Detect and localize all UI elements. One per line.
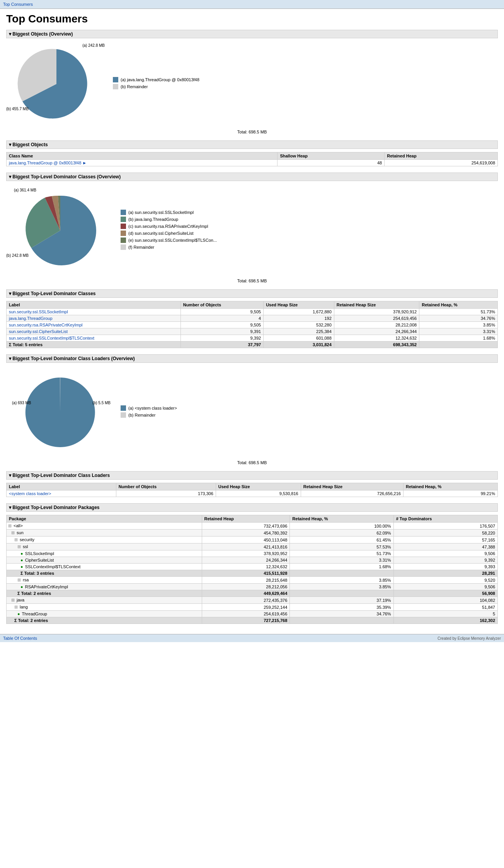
link-threadgroup-dom[interactable]: java.lang.ThreadGroup [9, 316, 53, 321]
pkg-name: ssl [23, 544, 28, 549]
cell-class-name: java.lang.ThreadGroup @ 0x80013f48 ► [7, 160, 278, 166]
link-threadgroup[interactable]: java.lang.ThreadGroup @ 0x80013f48 ► [9, 161, 87, 165]
pkg-name: <all> [14, 523, 23, 528]
cell-pkg: ⊞ security [7, 537, 202, 543]
section-header-biggest-objects[interactable]: ▾ Biggest Objects [6, 140, 498, 149]
section-packages: ▾ Biggest Top-Level Dominator Packages P… [6, 503, 498, 624]
chart-label-a-classloader: (a) 693 MB [12, 401, 31, 405]
legend-label-dom-e: (e) sun.security.ssl.SSLContextImpl$TLSC… [128, 238, 217, 243]
cell-total-pct [290, 570, 393, 577]
class-icon: ● [20, 564, 23, 569]
cell-objects: 9,505 [180, 309, 263, 315]
table-of-contents-link[interactable]: Table Of Contents [3, 636, 37, 641]
cell-label: sun.security.ssl.CipherSuiteList [7, 328, 181, 335]
cell-pkg: ⊞ <all> [7, 523, 202, 530]
cell-retained-pkg: 254,619,456 [202, 611, 290, 617]
col-num-objects: Number of Objects [180, 301, 263, 309]
cell-used-cl: 9,530,816 [216, 490, 301, 497]
legend-color-dom-f [121, 244, 126, 250]
legend-color-dom-e [121, 238, 126, 243]
pkg-icon: ⊞ [14, 605, 18, 609]
cell-retained-cl: 726,656,216 [301, 490, 403, 497]
section-header-biggest-objects-overview[interactable]: ▾ Biggest Objects (Overview) [6, 30, 498, 38]
cell-retained-pkg: 454,780,392 [202, 530, 290, 537]
section-header-label-biggest-objects: ▾ Biggest Objects [9, 142, 48, 147]
top-bar-link[interactable]: Top Consumers [3, 2, 33, 7]
pkg-name: RSAPrivateCrtKeyImpl [25, 584, 68, 589]
pkg-name: rsa [23, 578, 29, 582]
chart-total-dominator-classes: Total: 698.5 MB [6, 279, 498, 283]
total-row: Σ Total: 5 entries 37,797 3,031,824 698,… [7, 342, 498, 348]
cell-pct-pkg: 61.45% [290, 537, 393, 543]
cell-pct: 3.31% [419, 328, 498, 335]
legend-item-dom-c: (c) sun.security.rsa.RSAPrivateCrtKeyImp… [121, 224, 217, 229]
total-row: Σ Total: 2 entries 727,215,768 162,302 [7, 617, 498, 624]
cell-retained: 28,212,008 [334, 322, 419, 328]
chart-total-classloaders: Total: 698.5 MB [6, 460, 498, 465]
table-row: ⊞ rsa 28,215,648 3.85% 9,520 [7, 577, 498, 584]
pkg-icon: ⊞ [17, 544, 21, 549]
table-row: ● SSLSocketImpl 378,920,952 51.73% 9,506 [7, 550, 498, 557]
chart-label-a-biggest: (a) 242.8 MB [82, 43, 105, 48]
class-icon: ● [20, 558, 23, 562]
credit-text: Created by Eclipse Memory Analyzer [438, 636, 501, 641]
pkg-name: CipherSuiteList [25, 558, 54, 562]
link-sslcontextimpl[interactable]: sun.security.ssl.SSLContextImpl$TLSConte… [9, 336, 94, 340]
cell-dominators-pkg: 51,847 [393, 604, 497, 611]
cell-objects: 4 [180, 315, 263, 322]
section-header-dominator-classes-overview[interactable]: ▾ Biggest Top-Level Dominator Classes (O… [6, 173, 498, 181]
cell-total-dominators: 162,302 [393, 617, 497, 624]
section-header-dominator-classes[interactable]: ▾ Biggest Top-Level Dominator Classes [6, 289, 498, 298]
table-row: ● ThreadGroup 254,619,456 34.76% 5 [7, 611, 498, 617]
section-header-packages[interactable]: ▾ Biggest Top-Level Dominator Packages [6, 503, 498, 512]
cell-total-pct [290, 590, 393, 597]
link-sslsocketimpl[interactable]: sun.security.ssl.SSLSocketImpl [9, 309, 68, 314]
cell-objects: 9,505 [180, 322, 263, 328]
cell-dominators-pkg: 58,220 [393, 530, 497, 537]
link-system-classloader[interactable]: <system class loader> [9, 491, 51, 496]
cell-pkg: ● ThreadGroup [7, 611, 202, 617]
col-retained-pct: Retained Heap, % [419, 301, 498, 309]
cell-retained-pkg: 28,215,648 [202, 577, 290, 584]
cell-used: 225,384 [264, 328, 334, 335]
cell-label: sun.security.rsa.RSAPrivateCrtKeyImpl [7, 322, 181, 328]
cell-total-used: 3,031,824 [264, 342, 334, 348]
class-icon: ● [20, 551, 23, 556]
cell-objects: 9,392 [180, 335, 263, 342]
cell-total-label: Σ Total: 5 entries [7, 342, 181, 348]
cell-pct: 3.85% [419, 322, 498, 328]
legend-label-dom-c: (c) sun.security.rsa.RSAPrivateCrtKeyImp… [128, 224, 208, 229]
table-row: sun.security.ssl.CipherSuiteList 9,391 2… [7, 328, 498, 335]
legend-label-dom-b: (b) java.lang.ThreadGroup [128, 217, 178, 222]
legend-label-cl-a: (a) <system class loader> [128, 406, 177, 410]
legend-item-b: (b) Remainder [113, 84, 199, 89]
pkg-name: security [20, 537, 34, 542]
section-header-classloaders[interactable]: ▾ Biggest Top-Level Dominator Class Load… [6, 471, 498, 480]
cell-total-label: Σ Total: 2 entries [7, 617, 202, 624]
chart-label-b-biggest: (b) 455.7 MB [6, 107, 29, 111]
legend-item-dom-d: (d) sun.security.ssl.CipherSuiteList [121, 231, 217, 236]
table-row: sun.security.ssl.SSLContextImpl$TLSConte… [7, 335, 498, 342]
legend-item-cl-b: (b) Remainder [121, 412, 177, 418]
cell-retained-pkg: 24,266,344 [202, 557, 290, 564]
section-header-classloaders-overview[interactable]: ▾ Biggest Top-Level Dominator Class Load… [6, 354, 498, 363]
dominator-classes-table: Label Number of Objects Used Heap Size R… [6, 301, 498, 348]
dominator-classes-legend: (a) sun.security.ssl.SSLSocketImpl (b) j… [121, 210, 217, 251]
cell-pct-pkg: 34.76% [290, 611, 393, 617]
cell-pct-pkg: 3.85% [290, 584, 393, 590]
link-rsaprivatecrtkey[interactable]: sun.security.rsa.RSAPrivateCrtKeyImpl [9, 323, 83, 327]
cell-objects-cl: 173,306 [116, 490, 216, 497]
legend-color-dom-b [121, 217, 126, 222]
cell-pkg: ● RSAPrivateCrtKeyImpl [7, 584, 202, 590]
chart-total-biggest-objects: Total: 698.5 MB [6, 130, 498, 134]
table-row: ⊞ <all> 732,473,696 100.00% 176,507 [7, 523, 498, 530]
table-row: ⊞ sun 454,780,392 62.09% 58,220 [7, 530, 498, 537]
link-ciphersuitelist[interactable]: sun.security.ssl.CipherSuiteList [9, 329, 68, 334]
col-shallow-heap: Shallow Heap [278, 152, 385, 160]
class-icon: ● [17, 612, 20, 616]
packages-table: Package Retained Heap Retained Heap, % #… [6, 515, 498, 624]
table-row: java.lang.ThreadGroup @ 0x80013f48 ► 48 … [7, 160, 498, 166]
legend-color-a [113, 77, 118, 82]
section-header-label-packages: ▾ Biggest Top-Level Dominator Packages [9, 505, 100, 510]
cell-dominators-pkg: 176,507 [393, 523, 497, 530]
